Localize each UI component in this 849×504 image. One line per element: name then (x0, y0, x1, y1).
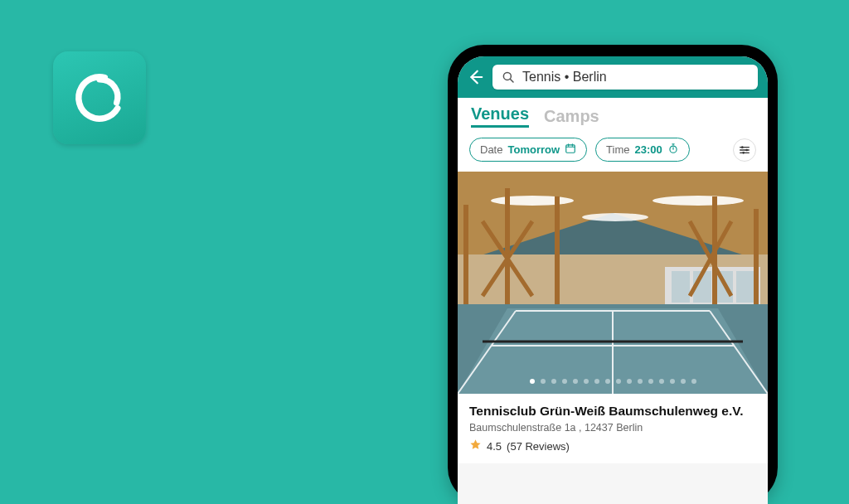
time-filter-value: 23:00 (634, 143, 662, 156)
reviews-count: (57 Reviews) (507, 440, 570, 453)
pager-dot[interactable] (638, 379, 643, 384)
brand-swirl-icon (69, 67, 130, 128)
app-icon (53, 51, 146, 144)
venue-photo-illustration (458, 172, 768, 394)
svg-point-5 (745, 148, 748, 151)
phone-screen: Tennis • Berlin Venues Camps Date Tomorr… (458, 56, 768, 504)
search-query: Tennis • Berlin (522, 70, 607, 85)
svg-rect-2 (566, 145, 575, 153)
svg-point-6 (742, 152, 745, 154)
time-filter-chip[interactable]: Time 23:00 (595, 138, 690, 162)
search-icon (501, 70, 516, 85)
date-filter-chip[interactable]: Date Tomorrow (469, 138, 587, 162)
svg-rect-15 (736, 271, 754, 303)
venue-address: Baumschulenstraße 1a , 12437 Berlin (469, 422, 756, 434)
pager-dot[interactable] (616, 379, 621, 384)
svg-rect-12 (672, 271, 690, 303)
venue-rating: 4.5 (57 Reviews) (469, 439, 756, 453)
tab-venues[interactable]: Venues (471, 104, 529, 128)
tab-camps[interactable]: Camps (544, 107, 599, 128)
search-input[interactable]: Tennis • Berlin (492, 65, 758, 90)
pager-dot[interactable] (691, 379, 696, 384)
pager-dot[interactable] (681, 379, 686, 384)
svg-point-18 (491, 196, 574, 206)
venue-name: Tennisclub Grün-Weiß Baumschulenweg e.V. (469, 404, 756, 419)
pager-dot[interactable] (541, 379, 546, 384)
pager-dot[interactable] (648, 379, 653, 384)
pager-dot[interactable] (627, 379, 632, 384)
back-button[interactable] (466, 68, 484, 86)
svg-rect-14 (715, 271, 733, 303)
pager-dot[interactable] (584, 379, 589, 384)
filter-row: Date Tomorrow Time 23:00 (458, 136, 768, 172)
svg-point-4 (741, 146, 744, 148)
sliders-icon (738, 143, 751, 157)
pager-dot[interactable] (594, 379, 599, 384)
rating-value: 4.5 (487, 440, 502, 453)
app-header: Tennis • Berlin (458, 56, 768, 98)
date-filter-label: Date (480, 143, 502, 156)
time-filter-label: Time (606, 143, 629, 156)
pager-dot[interactable] (551, 379, 556, 384)
pager-dot[interactable] (562, 379, 567, 384)
svg-point-19 (653, 196, 744, 206)
calendar-icon (565, 143, 576, 157)
pager-dot[interactable] (573, 379, 578, 384)
date-filter-value: Tomorrow (507, 143, 560, 156)
stopwatch-icon (667, 143, 679, 157)
tabs: Venues Camps (458, 98, 768, 136)
photo-pager (458, 379, 768, 384)
arrow-left-icon (466, 68, 484, 86)
phone-frame: Tennis • Berlin Venues Camps Date Tomorr… (448, 45, 778, 504)
svg-point-20 (582, 213, 648, 221)
star-icon (469, 439, 482, 453)
venue-card-body: Tennisclub Grün-Weiß Baumschulenweg e.V.… (458, 394, 768, 463)
pager-dot[interactable] (670, 379, 675, 384)
pager-dot[interactable] (605, 379, 610, 384)
pager-dot[interactable] (659, 379, 664, 384)
venue-card[interactable]: Tennisclub Grün-Weiß Baumschulenweg e.V.… (458, 172, 768, 504)
filter-settings-button[interactable] (733, 138, 756, 162)
pager-dot[interactable] (530, 379, 535, 384)
venue-photo[interactable] (458, 172, 768, 394)
